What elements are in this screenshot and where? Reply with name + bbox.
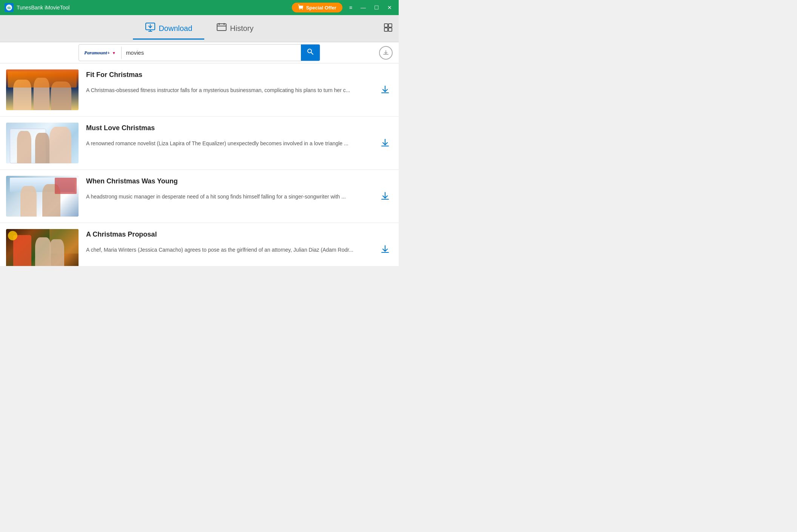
- history-tab-label: History: [230, 24, 253, 33]
- movie-description: A renowned romance novelist (Liza Lapira…: [86, 140, 370, 148]
- movie-info: A Christmas Proposal A chef, Maria Winte…: [86, 229, 370, 254]
- movie-title: When Christmas Was Young: [86, 177, 370, 185]
- content-area: Fit For Christmas A Christmas-obsessed f…: [0, 63, 399, 266]
- nav-tabs: Download History: [133, 19, 265, 38]
- close-button[interactable]: ✕: [385, 4, 394, 11]
- search-input[interactable]: [122, 46, 301, 59]
- search-container: Paramount+ ▼: [79, 44, 320, 61]
- platform-selector[interactable]: Paramount+ ▼: [79, 47, 122, 59]
- download-button[interactable]: [378, 189, 393, 204]
- search-button[interactable]: [301, 45, 320, 61]
- tab-history[interactable]: History: [204, 19, 265, 38]
- maximize-button[interactable]: ☐: [372, 4, 381, 11]
- svg-rect-9: [384, 28, 388, 31]
- movie-info: When Christmas Was Young A headstrong mu…: [86, 176, 370, 201]
- movie-thumbnail: [6, 123, 79, 163]
- svg-rect-8: [388, 24, 392, 27]
- movie-title: A Christmas Proposal: [86, 231, 370, 238]
- minimize-button[interactable]: —: [358, 4, 368, 11]
- movie-description: A headstrong music manager in desperate …: [86, 193, 370, 201]
- movie-thumbnail: [6, 176, 79, 217]
- download-button[interactable]: [378, 135, 393, 151]
- grid-view-button[interactable]: [384, 23, 393, 34]
- special-offer-button[interactable]: Special Offer: [292, 3, 342, 12]
- movie-thumbnail: [6, 229, 79, 266]
- movie-item: Must Love Christmas A renowned romance n…: [0, 117, 399, 170]
- movie-item: Fit For Christmas A Christmas-obsessed f…: [0, 63, 399, 117]
- nav-bar: Download History: [0, 15, 399, 42]
- movie-title: Must Love Christmas: [86, 124, 370, 132]
- title-bar: tb TunesBank iMovieTool Special Offer ≡ …: [0, 0, 399, 15]
- svg-rect-6: [224, 23, 225, 25]
- movie-title: Fit For Christmas: [86, 71, 370, 79]
- download-button[interactable]: [378, 242, 393, 257]
- svg-rect-10: [388, 28, 392, 31]
- search-bar: Paramount+ ▼: [0, 42, 399, 63]
- svg-rect-2: [298, 5, 299, 5]
- movie-info: Fit For Christmas A Christmas-obsessed f…: [86, 69, 370, 94]
- svg-line-12: [311, 52, 313, 54]
- download-queue-button[interactable]: [379, 46, 393, 60]
- svg-text:tb: tb: [8, 6, 11, 10]
- app-logo: tb: [5, 3, 14, 12]
- app-title: TunesBank iMovieTool: [17, 5, 292, 11]
- svg-rect-7: [384, 24, 388, 27]
- window-controls: ≡ — ☐ ✕: [347, 4, 394, 11]
- menu-button[interactable]: ≡: [347, 4, 355, 11]
- download-tab-label: Download: [159, 24, 192, 33]
- tab-download[interactable]: Download: [133, 19, 204, 38]
- movie-thumbnail: [6, 69, 79, 110]
- download-tab-icon: [145, 22, 156, 35]
- download-button[interactable]: [378, 82, 393, 97]
- movie-item: A Christmas Proposal A chef, Maria Winte…: [0, 223, 399, 266]
- platform-dropdown-icon: ▼: [112, 51, 116, 55]
- movie-description: A chef, Maria Winters (Jessica Camacho) …: [86, 246, 370, 254]
- movie-info: Must Love Christmas A renowned romance n…: [86, 123, 370, 148]
- svg-rect-5: [219, 23, 220, 25]
- svg-rect-4: [217, 24, 226, 31]
- movie-description: A Christmas-obsessed fitness instructor …: [86, 86, 370, 94]
- history-tab-icon: [216, 22, 227, 35]
- movie-item: When Christmas Was Young A headstrong mu…: [0, 170, 399, 223]
